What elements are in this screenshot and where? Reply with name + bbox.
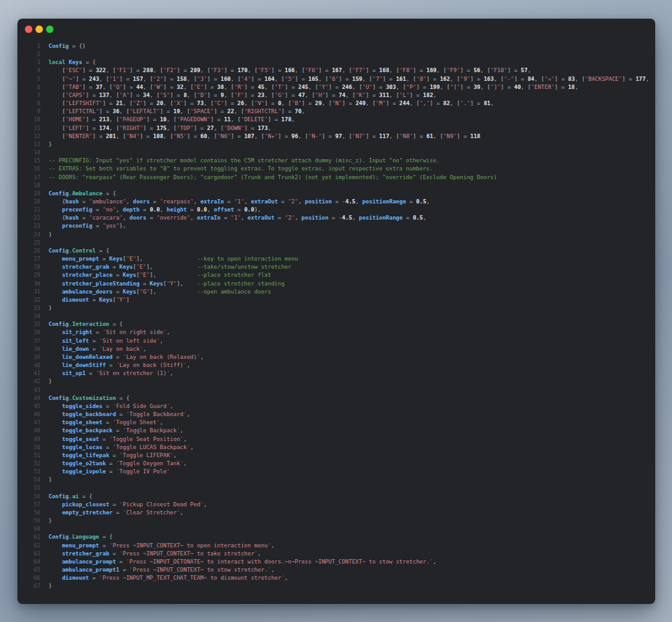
identifier: positionRange [362,198,406,205]
line-number: 7 [24,91,40,100]
code-text: ["ESC"] = 322, ["F1"] = 288, ["F2"] = 28… [40,67,531,75]
identifier: Config [49,190,69,197]
member: Interaction [72,321,110,327]
identifier: toggle_sheet [62,419,103,425]
string: RIGHT [123,125,139,131]
punctuation [49,198,62,205]
number: 168 [379,67,389,73]
punctuation [156,272,197,278]
number: 56 [474,67,480,73]
number: 213 [99,116,109,123]
maximize-button[interactable] [46,26,54,33]
number: 311 [379,92,389,98]
punctuation: , [170,403,173,409]
string: N9 [447,133,454,139]
identifier: Keys [110,256,123,262]
minimize-button[interactable] [35,26,43,33]
comment: --key to open interaction menu [197,256,298,262]
string: N5 [177,133,184,139]
code-text: Config.Ambulance = { [40,190,116,198]
code-line: 5 ["~"] = 243, ["1"] = 157, ["2"] = 158,… [24,75,655,83]
identifier: position [305,198,332,205]
code-line: 46 toggle_backboard = 'Toggle Backboard'… [24,411,655,419]
line-number: 44 [24,394,40,402]
line-number: 47 [24,419,40,427]
code-text: ambulance_prompt1 = 'Press ~INPUT_CONTEX… [40,566,274,574]
code-line: 9 ["LEFTCTRL"] = 36, ["LEFTALT"] = 19, [… [24,108,655,116]
string: N+ [268,133,274,139]
string: Toggle Sheet [116,419,156,425]
identifier: sit_up1 [62,370,86,376]
code-line: 47 toggle_sheet = 'Toggle Sheet', [24,419,655,427]
identifier: toggle_backpack [62,427,113,434]
line-number: 4 [24,67,40,75]
string: LEFTSHIFT [69,100,100,106]
punctuation [49,436,62,442]
line-number: 23 [24,222,40,230]
line-number: 53 [24,468,40,476]
string: Press ~INPUT_MP_TEXT_CHAT_TEAM~ to dismo… [103,575,281,581]
identifier: toggle_sides [62,403,103,409]
punctuation [49,427,62,434]
code-text: ["NENTER"] = 201, ["N4"] = 108, ["N5"] =… [40,132,480,141]
string: Toggle Oxygen Tank [119,460,180,466]
number: 162 [440,76,450,82]
identifier: dismount [62,575,89,581]
close-button[interactable] [25,26,32,33]
comment: --open ambulance doors [197,289,271,295]
punctuation: { [126,395,129,401]
line-number: 55 [24,484,40,492]
number: 159 [352,76,362,82]
code-line: 2 [24,50,655,58]
number: 0.0 [197,207,207,213]
identifier: sit_left [62,338,89,344]
code-text: toggle_ivpole = 'Toggle IV Pole' [40,468,170,476]
string: ambulance [92,198,123,205]
code-text [40,149,49,157]
identifier: Config [49,321,69,327]
desktop-background: { "colors": { "window-bg": "#222428", "d… [0,0,672,622]
code-content: 1Config = {}23local Keys = {4 ["ESC"] = … [17,39,655,590]
punctuation [49,444,62,450]
number: 178 [281,116,291,123]
identifier: depth [123,207,139,213]
string: PAGEUP [123,116,143,123]
code-line: 51 toggle_lifepak = 'Toggle LIFEPAK', [24,452,655,460]
string: Toggle LUCAS Backpack [116,444,187,450]
punctuation: , [433,92,436,98]
code-text: ambulance_prompt = 'Press ~INPUT_DETONAT… [40,558,436,566]
line-number: 59 [24,517,40,525]
string: rearpass [163,198,190,205]
string: HOME [69,116,83,123]
string: Sit on right side [106,329,163,335]
code-line: 61Config.Language = { [24,533,655,541]
punctuation: , [271,567,274,573]
string: Toggle LIFEPAK [123,452,170,458]
line-number: 14 [24,149,40,157]
line-number: 63 [24,550,40,558]
punctuation [49,501,62,508]
string: F3 [214,67,221,73]
line-number: 16 [24,165,40,173]
string: SPACE [194,108,210,114]
punctuation [49,207,62,213]
punctuation [49,575,62,581]
string: Press ~INPUT_DETONATE~ to interact with … [129,559,429,565]
identifier: stretcher_placeStanding [62,281,140,287]
punctuation: } [49,231,52,238]
number: 169 [426,67,436,73]
punctuation [49,108,62,114]
code-text [40,50,49,58]
code-text: toggle_lifepak = 'Toggle LIFEPAK', [40,452,177,460]
punctuation [49,100,62,106]
punctuation: ] [126,297,129,303]
punctuation: , [160,419,163,425]
identifier: Config [49,43,69,49]
line-number: 29 [24,271,40,279]
punctuation [49,92,62,98]
punctuation [49,403,62,409]
code-text: } [40,304,52,312]
code-text: ["LEFTSHIFT"] = 21, ["Z"] = 20, ["X"] = … [40,100,494,108]
code-text: } [40,517,52,525]
code-text: lie_downStiff = 'Lay on back (Stiff)', [40,361,190,369]
